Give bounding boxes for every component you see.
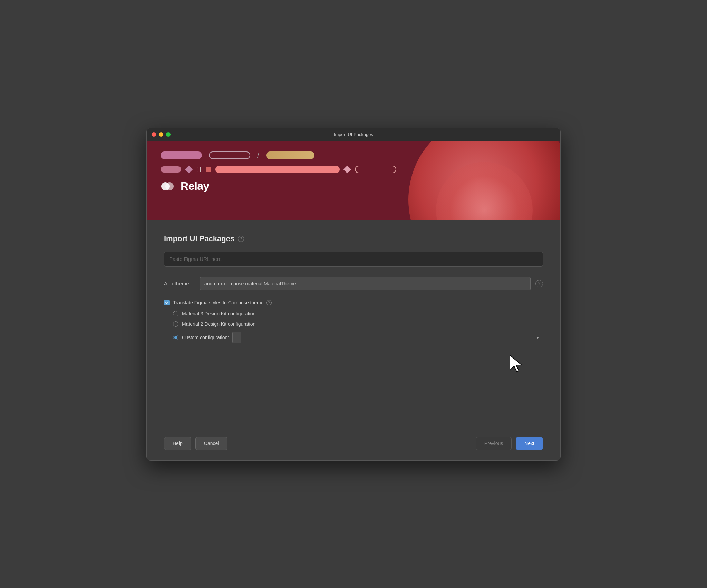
hero-pill-3 bbox=[266, 151, 314, 159]
custom-config-label: Custom configuration: bbox=[182, 335, 229, 340]
main-content: Import UI Packages ? App theme: ? bbox=[147, 220, 560, 402]
relay-logo: Relay bbox=[161, 179, 546, 194]
minimize-button[interactable] bbox=[159, 132, 163, 137]
hero-pill-1 bbox=[161, 151, 202, 159]
cancel-button[interactable]: Cancel bbox=[195, 437, 228, 450]
close-button[interactable] bbox=[152, 132, 156, 137]
hero-pill-outline-salmon bbox=[355, 166, 396, 173]
footer-left: Help Cancel bbox=[164, 437, 227, 450]
help-button[interactable]: Help bbox=[164, 437, 191, 450]
window-title: Import UI Packages bbox=[334, 132, 373, 137]
material3-radio-row: Material 3 Design Kit configuration bbox=[173, 311, 543, 316]
title-bar: Import UI Packages bbox=[147, 128, 560, 141]
hero-pill-small-1 bbox=[161, 166, 181, 173]
options-section: Translate Figma styles to Compose theme … bbox=[164, 300, 543, 343]
figma-url-input[interactable] bbox=[164, 252, 543, 267]
relay-logo-icon bbox=[161, 179, 176, 194]
section-help-button[interactable]: ? bbox=[238, 236, 244, 242]
material3-radio-label: Material 3 Design Kit configuration bbox=[182, 311, 255, 316]
dropdown-arrow-icon: ▼ bbox=[536, 335, 540, 339]
previous-button[interactable]: Previous bbox=[476, 437, 512, 450]
translate-checkbox-label: Translate Figma styles to Compose theme … bbox=[173, 300, 272, 305]
custom-config-dropdown-wrapper: ▼ bbox=[232, 332, 543, 343]
hero-diamond-2 bbox=[343, 165, 351, 173]
svg-marker-2 bbox=[510, 355, 522, 372]
footer-right: Previous Next bbox=[476, 437, 543, 450]
radio-options: Material 3 Design Kit configuration Mate… bbox=[173, 311, 543, 343]
main-window: Import UI Packages / [ ] bbox=[146, 128, 561, 461]
section-title: Import UI Packages bbox=[164, 234, 234, 243]
hero-row1: / bbox=[161, 151, 546, 159]
hero-banner: / [ ] Relay bbox=[147, 141, 560, 220]
hero-bracket: [ ] bbox=[196, 166, 201, 173]
footer: Help Cancel Previous Next bbox=[147, 430, 560, 460]
custom-config-dropdown[interactable] bbox=[232, 332, 241, 343]
cursor-icon bbox=[509, 354, 526, 374]
custom-config-radio[interactable] bbox=[173, 335, 178, 340]
relay-logo-text: Relay bbox=[181, 180, 209, 193]
hero-slash: / bbox=[257, 151, 259, 159]
material2-radio[interactable] bbox=[173, 321, 178, 327]
app-theme-input[interactable] bbox=[200, 277, 531, 290]
material3-radio[interactable] bbox=[173, 311, 178, 316]
section-title-row: Import UI Packages ? bbox=[164, 234, 543, 243]
hero-decorators: / [ ] bbox=[161, 151, 546, 173]
translate-checkbox-row: Translate Figma styles to Compose theme … bbox=[164, 300, 543, 305]
hero-diamond-1 bbox=[185, 165, 193, 173]
translate-checkbox[interactable] bbox=[164, 300, 170, 305]
app-theme-row: App theme: ? bbox=[164, 277, 543, 290]
cursor-area bbox=[164, 350, 543, 392]
translate-help-button[interactable]: ? bbox=[266, 300, 272, 305]
hero-pill-salmon bbox=[215, 166, 340, 173]
material2-radio-label: Material 2 Design Kit configuration bbox=[182, 321, 255, 327]
maximize-button[interactable] bbox=[166, 132, 171, 137]
app-theme-label: App theme: bbox=[164, 281, 195, 286]
app-theme-help-button[interactable]: ? bbox=[535, 280, 543, 287]
svg-point-1 bbox=[165, 182, 174, 190]
url-input-container bbox=[164, 252, 543, 267]
material2-radio-row: Material 2 Design Kit configuration bbox=[173, 321, 543, 327]
hero-row2: [ ] bbox=[161, 166, 546, 173]
custom-config-row: Custom configuration: ▼ bbox=[173, 332, 543, 343]
hero-pill-2 bbox=[209, 151, 250, 159]
hero-square bbox=[206, 167, 211, 172]
traffic-lights bbox=[152, 132, 171, 137]
next-button[interactable]: Next bbox=[516, 437, 543, 450]
